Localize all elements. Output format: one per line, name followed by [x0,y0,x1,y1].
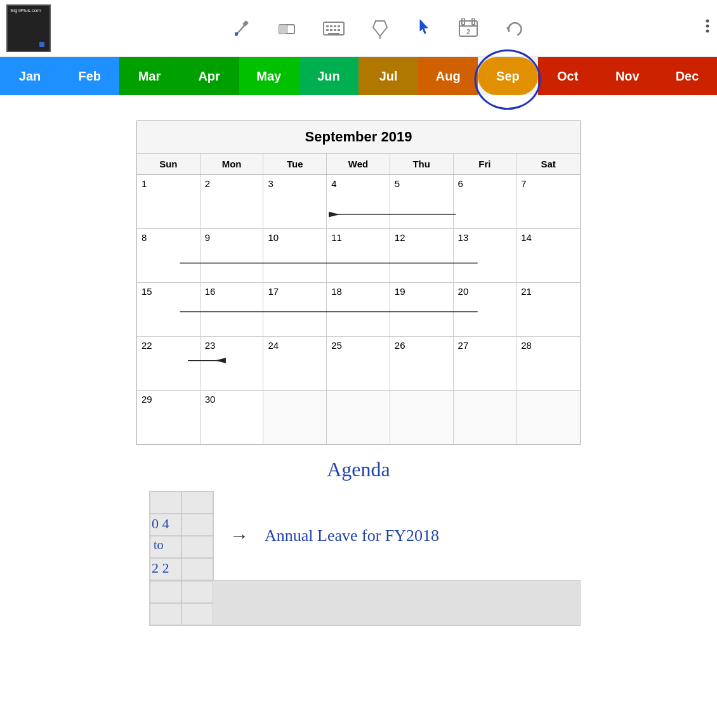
app-logo[interactable]: SignPlus.com [6,4,51,52]
cal-day-12[interactable]: 12 [390,229,454,283]
svg-rect-3 [235,32,238,36]
cal-day-28[interactable]: 28 [516,337,580,391]
month-btn-mar[interactable]: Mar [119,57,179,95]
calendar-title: September 2019 [137,121,580,153]
header-sun: Sun [137,153,201,174]
header-wed: Wed [327,153,390,174]
keyboard-tool[interactable] [322,18,345,39]
pen-icon [231,18,251,39]
month-navigation: Jan Feb Mar Apr May Jun Jul Aug Sep Oct … [0,57,717,95]
highlighter-tool[interactable] [371,18,390,39]
calendar-widget-icon: 2 [458,18,478,39]
month-btn-jun[interactable]: Jun [299,57,359,95]
cal-day-26[interactable]: 26 [390,337,454,391]
agenda-grid-cell-4 [181,514,213,536]
svg-marker-24 [506,27,510,31]
agenda-description: Annual Leave for FY2018 [265,526,439,545]
header-fri: Fri [454,153,517,174]
cal-day-7[interactable]: 7 [516,175,580,229]
agenda-grid-bottom-cell-4 [181,603,213,625]
eraser-icon [277,18,297,39]
agenda-date-start: 0 4 [152,516,169,532]
svg-rect-15 [338,29,340,31]
cal-day-22[interactable]: 22 [137,337,201,391]
svg-point-27 [706,30,709,33]
month-btn-may[interactable]: May [239,57,299,95]
cal-day-19[interactable]: 19 [390,283,454,337]
pointer-icon [415,18,433,39]
cal-day-29[interactable]: 29 [137,391,201,445]
cal-day-6[interactable]: 6 [454,175,517,229]
month-btn-aug[interactable]: Aug [418,57,478,95]
calendar-widget-tool[interactable]: 2 [458,18,478,39]
svg-rect-10 [334,25,336,27]
svg-rect-9 [330,25,332,27]
svg-rect-14 [334,29,336,31]
svg-rect-16 [328,33,339,35]
month-btn-dec[interactable]: Dec [657,57,717,95]
month-btn-feb[interactable]: Feb [60,57,119,95]
agenda-grid: 0 4 to 2 2 [149,491,214,581]
cal-day-27[interactable]: 27 [454,337,517,391]
svg-rect-8 [326,25,329,27]
logo-text: SignPlus.com [10,8,41,14]
undo-icon [504,18,524,39]
cal-day-23[interactable]: 23 [201,337,264,391]
pen-tool[interactable] [231,18,251,39]
header-sat: Sat [516,153,580,174]
calendar-header: Sun Mon Tue Wed Thu Fri Sat [137,153,580,175]
cal-day-24[interactable]: 24 [263,337,327,391]
agenda-date-end: 2 2 [152,560,169,576]
cal-day-1[interactable]: 1 [137,175,201,229]
main-content: September 2019 Sun Mon Tue Wed Thu Fri S… [0,95,717,728]
cal-day-25[interactable]: 25 [327,337,390,391]
cal-day-15[interactable]: 15 [137,283,201,337]
agenda-grid-cell-5: to [150,536,181,558]
agenda-grid-cell-2 [181,491,213,514]
cal-day-20[interactable]: 20 [454,283,517,337]
more-menu-button[interactable] [704,16,711,41]
agenda-arrow: → [230,525,249,547]
cal-day-3[interactable]: 3 [263,175,327,229]
cal-day-8[interactable]: 8 [137,229,201,283]
logo-dot [39,42,44,47]
month-btn-apr[interactable]: Apr [180,57,239,95]
cal-day-18[interactable]: 18 [327,283,390,337]
undo-tool[interactable] [504,18,524,39]
cal-day-5[interactable]: 5 [390,175,454,229]
keyboard-icon [322,18,345,39]
cal-day-11[interactable]: 11 [327,229,390,283]
agenda-wrapper: Agenda 0 4 to 2 2 → [136,458,581,626]
month-btn-oct[interactable]: Oct [538,57,598,95]
cal-day-14[interactable]: 14 [516,229,580,283]
cal-day-21[interactable]: 21 [516,283,580,337]
month-btn-jul[interactable]: Jul [359,57,418,95]
cal-day-4[interactable]: 4 [327,175,390,229]
cal-day-2[interactable]: 2 [201,175,264,229]
month-btn-jan[interactable]: Jan [0,57,60,95]
month-btn-nov[interactable]: Nov [598,57,657,95]
more-icon [704,16,711,36]
cal-day-16[interactable]: 16 [201,283,264,337]
toolbar-icons: 2 [70,18,685,39]
agenda-title: Agenda [136,458,581,481]
cal-day-10[interactable]: 10 [263,229,327,283]
cal-day-13[interactable]: 13 [454,229,517,283]
cal-day-17[interactable]: 17 [263,283,327,337]
svg-marker-17 [373,21,387,36]
svg-rect-12 [326,29,329,31]
agenda-grid-cell-6 [181,536,213,558]
svg-rect-11 [338,25,340,27]
month-btn-sep[interactable]: Sep [478,57,537,95]
agenda-grid-bottom [149,580,581,626]
agenda-grid-bottom-cell-1 [150,581,181,603]
agenda-grid-cell-3: 0 4 [150,514,181,536]
eraser-tool[interactable] [277,18,297,39]
calendar-grid: 1 2 3 4 5 6 7 8 9 10 11 12 13 14 15 16 1… [137,175,580,445]
pointer-tool[interactable] [415,18,433,39]
cal-day-30[interactable]: 30 [201,391,264,445]
cal-day-9[interactable]: 9 [201,229,264,283]
toolbar: SignPlus.com [0,0,717,57]
agenda-grid-cell-8 [181,558,213,580]
header-thu: Thu [390,153,454,174]
